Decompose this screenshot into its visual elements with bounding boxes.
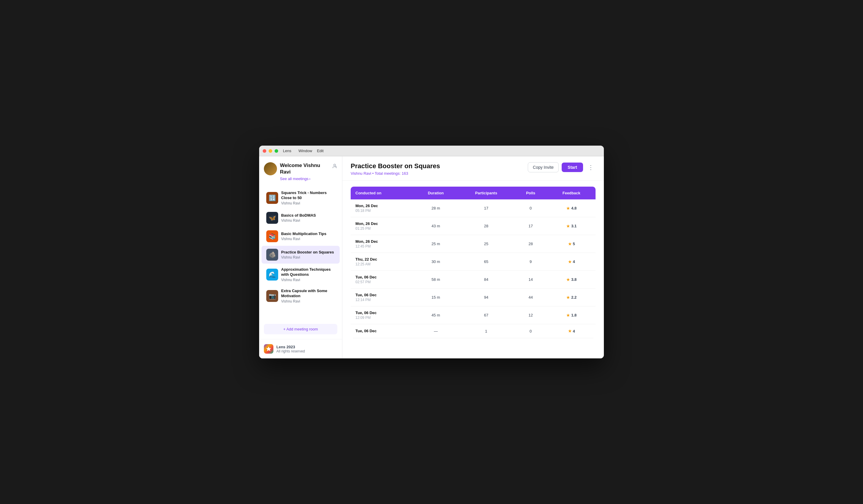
rating-value: 2.2 [571, 295, 576, 300]
date-primary: Tue, 06 Dec [355, 329, 409, 333]
copy-invite-button[interactable]: Copy Invite [528, 162, 559, 172]
star-rating: ★4 [552, 259, 591, 264]
more-options-button[interactable]: ⋮ [586, 163, 596, 172]
participants-cell: 25 [458, 235, 514, 253]
profile-edit-icon[interactable] [332, 163, 337, 170]
col-polls: Polls [514, 187, 547, 199]
meeting-list: 🔢 Squares Trick - Numbers Close to 50 Vi… [259, 185, 342, 322]
polls-cell: 9 [514, 253, 547, 271]
feedback-cell: ★5 [547, 235, 596, 253]
sidebar-item-practice-booster[interactable]: 🪨 Practice Booster on Squares Vishnu Rav… [262, 246, 340, 264]
content-header: Practice Booster on Squares Vishnu Ravi … [342, 156, 604, 181]
meeting-title: Approximation Techniques with Questions [281, 267, 335, 277]
close-button[interactable] [263, 149, 266, 153]
feedback-cell: ★2.2 [547, 289, 596, 306]
meeting-author: Vishnu Ravi [281, 237, 335, 241]
date-primary: Tue, 06 Dec [355, 311, 409, 315]
page-title: Practice Booster on Squares [351, 162, 440, 170]
table-row: Tue, 06 Dec—10★4 [351, 324, 596, 338]
meeting-thumb: 🔢 [266, 192, 278, 204]
minimize-button[interactable] [268, 149, 272, 153]
participants-cell: 65 [458, 253, 514, 271]
participants-cell: 84 [458, 271, 514, 289]
rating-value: 3.1 [571, 224, 576, 228]
star-rating: ★3.8 [552, 277, 591, 282]
star-icon: ★ [566, 295, 570, 300]
rating-value: 1.8 [571, 313, 576, 317]
duration-cell: 30 m [413, 253, 458, 271]
participants-cell: 28 [458, 217, 514, 235]
star-rating: ★4.8 [552, 206, 591, 211]
app-name: Lens [283, 149, 291, 153]
add-meeting-button[interactable]: + Add meeting room [264, 324, 337, 334]
table-row: Mon, 26 Dec05:18 PM28 m170★4.8 [351, 199, 596, 217]
meta-total: Total meetings: 163 [375, 171, 408, 176]
rating-value: 4 [573, 260, 575, 264]
star-rating: ★1.8 [552, 313, 591, 318]
date-time: 12:25 AM [355, 262, 409, 266]
polls-cell: 28 [514, 235, 547, 253]
sidebar-item-extra-capsule[interactable]: 📷 Extra Capsule with Some Motivation Vis… [262, 286, 340, 306]
star-icon: ★ [566, 313, 570, 318]
col-duration: Duration [413, 187, 458, 199]
sidebar-item-bodmas[interactable]: 🦋 Basics of BoDMAS Vishnu Ravi [262, 209, 340, 227]
sidebar-header: Welcome Vishnu Ravi See all meetings › [259, 156, 342, 185]
meeting-title: Squares Trick - Numbers Close to 50 [281, 190, 335, 201]
see-all-meetings-link[interactable]: See all meetings › [280, 177, 329, 181]
feedback-cell: ★3.8 [547, 271, 596, 289]
feedback-cell: ★4 [547, 324, 596, 338]
table-row: Tue, 06 Dec12:09 PM45 m6712★1.8 [351, 306, 596, 324]
meeting-title: Practice Booster on Squares [281, 250, 335, 255]
sidebar-item-basic-multiplication[interactable]: 📚 Basic Multiplication Tips Vishnu Ravi [262, 227, 340, 245]
mac-window: Lens Window Edit Welcome Vishnu Ravi See… [259, 146, 604, 358]
date-time: 12:45 PM [355, 244, 409, 249]
polls-cell: 17 [514, 217, 547, 235]
meeting-author: Vishnu Ravi [281, 201, 335, 205]
start-button[interactable]: Start [562, 163, 583, 172]
polls-cell: 44 [514, 289, 547, 306]
rating-value: 4.8 [571, 206, 576, 210]
star-icon: ★ [566, 206, 570, 211]
participants-cell: 1 [458, 324, 514, 338]
feedback-cell: ★1.8 [547, 306, 596, 324]
date-primary: Thu, 22 Dec [355, 257, 409, 262]
lens-logo [264, 344, 273, 354]
duration-cell: 45 m [413, 306, 458, 324]
rating-value: 4 [573, 329, 575, 333]
col-feedback: Feedback [547, 187, 596, 199]
star-rating: ★4 [552, 328, 591, 334]
star-icon: ★ [568, 259, 572, 264]
meeting-author: Vishnu Ravi [281, 299, 335, 303]
feedback-cell: ★3.1 [547, 217, 596, 235]
meeting-thumb: 🪨 [266, 249, 278, 261]
duration-cell: 58 m [413, 271, 458, 289]
footer-rights: All rights reserved [276, 349, 305, 353]
star-icon: ★ [566, 277, 570, 282]
star-rating: ★5 [552, 241, 591, 247]
meeting-thumb: 🦋 [266, 212, 278, 224]
maximize-button[interactable] [275, 149, 278, 153]
window-menu[interactable]: Window [298, 149, 312, 153]
sidebar-item-approximation[interactable]: 🌊 Approximation Techniques with Question… [262, 264, 340, 285]
date-primary: Mon, 26 Dec [355, 239, 409, 244]
meeting-title: Extra Capsule with Some Motivation [281, 289, 335, 299]
table-row: Tue, 06 Dec02:57 PM58 m8414★3.8 [351, 271, 596, 289]
duration-cell: — [413, 324, 458, 338]
date-time: 12:14 PM [355, 298, 409, 302]
meeting-author: Vishnu Ravi [281, 278, 335, 282]
sidebar: Welcome Vishnu Ravi See all meetings › [259, 156, 342, 358]
edit-menu[interactable]: Edit [317, 149, 323, 153]
header-actions: Copy Invite Start ⋮ [528, 162, 596, 172]
table-row: Mon, 26 Dec01:25 PM43 m2817★3.1 [351, 217, 596, 235]
meeting-author: Vishnu Ravi [281, 218, 335, 223]
star-rating: ★2.2 [552, 295, 591, 300]
polls-cell: 0 [514, 199, 547, 217]
meetings-table: Conducted on Duration Participants Polls… [351, 187, 596, 338]
date-primary: Mon, 26 Dec [355, 222, 409, 226]
star-icon: ★ [568, 241, 572, 247]
sidebar-item-squares-trick[interactable]: 🔢 Squares Trick - Numbers Close to 50 Vi… [262, 188, 340, 208]
date-time: 02:57 PM [355, 280, 409, 284]
meetings-table-container: Conducted on Duration Participants Polls… [342, 181, 604, 358]
participants-cell: 94 [458, 289, 514, 306]
star-rating: ★3.1 [552, 224, 591, 229]
